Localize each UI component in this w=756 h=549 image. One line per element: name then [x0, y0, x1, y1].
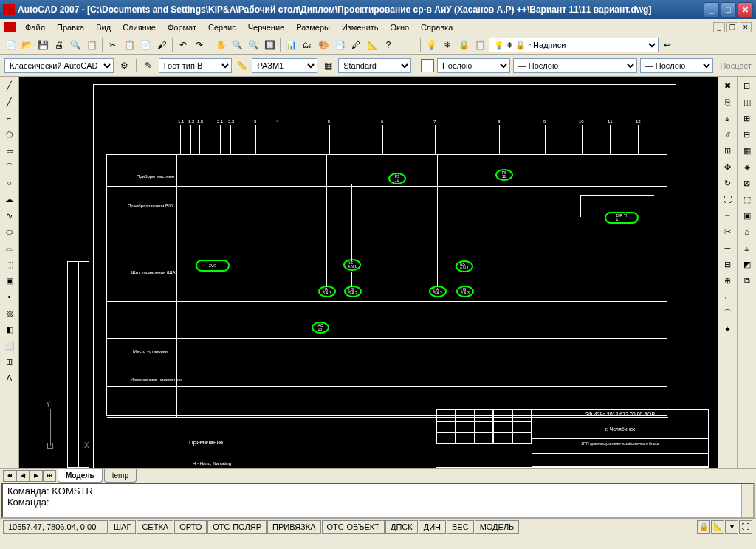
zoom-button[interactable]: 🔍 — [230, 38, 244, 52]
offset-tool[interactable]: ⫽ — [721, 127, 735, 142]
spds-7[interactable]: ⊠ — [740, 176, 755, 190]
layer-select[interactable]: 💡 ❄ 🔓 ▫ Надписи — [489, 38, 659, 52]
spds-13[interactable]: ⧉ — [740, 273, 755, 288]
spds-9[interactable]: ▣ — [740, 208, 755, 223]
ducs-toggle[interactable]: ДПСК — [385, 520, 418, 534]
drawing-canvas[interactable]: 1.1 1.2 1.5 2.1 2.2 3 4 5 6 7 8 9 10 11 … — [19, 77, 718, 468]
line-tool[interactable]: ╱ — [2, 78, 17, 93]
block-tool[interactable]: ⬚ — [2, 257, 17, 272]
undo-button[interactable]: ↶ — [176, 38, 190, 52]
cmd-scrollbar[interactable] — [741, 484, 753, 517]
spds-2[interactable]: ◫ — [740, 94, 755, 109]
color-select[interactable]: Послою — [437, 58, 510, 73]
fillet-tool[interactable]: ⌒ — [721, 305, 735, 320]
tool-palettes-button[interactable]: 🎨 — [316, 38, 331, 52]
join-tool[interactable]: ⊕ — [721, 273, 735, 288]
point-tool[interactable]: • — [2, 289, 17, 304]
model-toggle[interactable]: МОДЕЛЬ — [475, 520, 520, 534]
dyn-toggle[interactable]: ДИН — [419, 520, 446, 534]
pline-tool[interactable]: ⌐ — [2, 111, 17, 125]
doc-minimize-button[interactable]: _ — [713, 22, 725, 32]
layer-lock-icon[interactable]: 🔒 — [456, 38, 471, 52]
layer-prev-button[interactable]: ↩ — [660, 38, 675, 52]
otrack-toggle[interactable]: ОТС-ОБЪЕКТ — [322, 520, 385, 534]
spds-6[interactable]: ◈ — [740, 159, 755, 174]
scale-tool[interactable]: ⛶ — [721, 192, 735, 207]
workspace-select[interactable]: Классический AutoCAD — [4, 58, 114, 73]
rotate-tool[interactable]: ↻ — [721, 176, 735, 190]
markup-button[interactable]: 🖊 — [348, 38, 363, 52]
minimize-button[interactable]: _ — [704, 2, 719, 18]
spds-4[interactable]: ⊟ — [740, 127, 755, 142]
doc-close-button[interactable]: ✕ — [740, 22, 752, 32]
gradient-tool[interactable]: ◧ — [2, 322, 17, 336]
tab-next-button[interactable]: ▶ — [30, 470, 43, 482]
zoom-window-button[interactable]: 🔲 — [262, 38, 277, 52]
spds-10[interactable]: ⌂ — [740, 224, 755, 239]
status-comm-icon[interactable]: 🔒 — [697, 520, 710, 534]
chamfer-tool[interactable]: ⌐ — [721, 289, 735, 304]
extend-tool[interactable]: ─ — [721, 241, 735, 255]
menu-view[interactable]: Вид — [90, 21, 117, 33]
status-tray-icon[interactable]: ▾ — [725, 520, 738, 534]
save-button[interactable]: 💾 — [35, 38, 50, 52]
close-button[interactable]: ✕ — [738, 2, 753, 18]
cut-button[interactable]: ✂ — [106, 38, 120, 52]
spline-tool[interactable]: ∿ — [2, 208, 17, 223]
arc-tool[interactable]: ⌒ — [2, 159, 17, 174]
ellipsearc-tool[interactable]: ⌓ — [2, 241, 17, 255]
doc-restore-button[interactable]: ❐ — [726, 22, 738, 32]
status-annot-icon[interactable]: 📐 — [711, 520, 724, 534]
tab-first-button[interactable]: ⏮ — [3, 470, 16, 482]
status-clean-icon[interactable]: ⛶ — [739, 520, 752, 534]
stretch-tool[interactable]: ↔ — [721, 208, 735, 223]
menu-window[interactable]: Окно — [385, 21, 416, 33]
layer-manager-button[interactable]: 📋 — [472, 38, 487, 52]
menu-modify[interactable]: Изменить — [336, 21, 385, 33]
layer-freeze-icon[interactable]: ❄ — [440, 38, 455, 52]
props-button[interactable]: 📊 — [284, 38, 298, 52]
ortho-toggle[interactable]: ОРТО — [174, 520, 207, 534]
zoom-prev-button[interactable]: 🔍 — [246, 38, 261, 52]
coords-cell[interactable]: 10557.47, 7806.04, 0.00 — [3, 520, 108, 534]
menu-format[interactable]: Формат — [162, 21, 202, 33]
spds-11[interactable]: ⟁ — [740, 241, 755, 255]
textstyle-select[interactable]: Гост тип В — [159, 58, 232, 73]
polygon-tool[interactable]: ⬠ — [2, 127, 17, 142]
spds-3[interactable]: ⊞ — [740, 111, 755, 125]
hatch-tool[interactable]: ▨ — [2, 305, 17, 320]
designcenter-button[interactable]: 🗂 — [300, 38, 315, 52]
xline-tool[interactable]: ╱ — [2, 94, 17, 109]
ws-settings-button[interactable]: ⚙ — [117, 58, 131, 73]
sheetset-button[interactable]: 📑 — [332, 38, 347, 52]
ellipse-tool[interactable]: ⬭ — [2, 224, 17, 239]
mirror-tool[interactable]: ⟁ — [721, 111, 735, 125]
preview-button[interactable]: 🔍 — [68, 38, 83, 52]
menu-merge[interactable]: Слияние — [117, 21, 162, 33]
break-tool[interactable]: ⊟ — [721, 257, 735, 272]
makeblock-tool[interactable]: ▣ — [2, 273, 17, 288]
tab-last-button[interactable]: ⏭ — [43, 470, 56, 482]
trim-tool[interactable]: ✂ — [721, 224, 735, 239]
osnap-toggle[interactable]: ПРИВЯЗКА — [267, 520, 320, 534]
textstyle-button[interactable]: ✎ — [141, 58, 156, 73]
tab-prev-button[interactable]: ◀ — [16, 470, 30, 482]
copy-tool[interactable]: ⎘ — [721, 94, 735, 109]
open-button[interactable]: 📂 — [19, 38, 34, 52]
spds-12[interactable]: ◩ — [740, 257, 755, 272]
snap-toggle[interactable]: ШАГ — [109, 520, 136, 534]
menu-file[interactable]: Файл — [19, 21, 51, 33]
lineweight-select[interactable]: — Послою — [640, 58, 713, 73]
table-tool[interactable]: ⊞ — [2, 354, 17, 369]
circle-tool[interactable]: ○ — [2, 176, 17, 190]
tab-temp[interactable]: temp — [104, 469, 137, 483]
dimstyle-button[interactable]: 📏 — [235, 58, 250, 73]
menu-edit[interactable]: Правка — [51, 21, 90, 33]
array-tool[interactable]: ⊞ — [721, 143, 735, 158]
tablestyle-button[interactable]: ▦ — [320, 58, 335, 73]
linetype-select[interactable]: — Послою — [513, 58, 637, 73]
spds-8[interactable]: ⬚ — [740, 192, 755, 207]
rect-tool[interactable]: ▭ — [2, 143, 17, 158]
menu-draw[interactable]: Черчение — [242, 21, 291, 33]
paste-button[interactable]: 📄 — [138, 38, 153, 52]
